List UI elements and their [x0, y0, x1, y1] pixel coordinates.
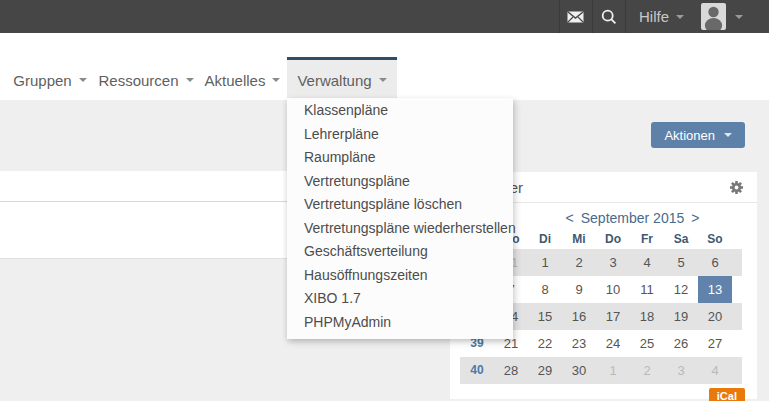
calendar-day[interactable]: 4	[630, 249, 664, 276]
user-menu-chevron-icon[interactable]	[735, 15, 743, 19]
nav-label: Verwaltung	[297, 72, 371, 89]
chevron-down-icon	[379, 78, 387, 82]
calendar-day[interactable]: 11	[630, 276, 664, 303]
nav-item-ressourcen[interactable]: Ressourcen	[94, 57, 198, 100]
calendar-day[interactable]: 24	[596, 330, 630, 357]
calendar-footer: iCal	[450, 386, 757, 401]
aktionen-label: Aktionen	[664, 128, 715, 143]
calendar-day[interactable]: 30	[562, 357, 596, 384]
gear-icon	[729, 180, 744, 195]
chevron-down-icon	[676, 15, 684, 19]
prev-month-button[interactable]: <	[566, 210, 574, 226]
menu-item-geschaeftsverteilung[interactable]: Geschäftsverteilung	[287, 240, 513, 264]
calendar-day[interactable]: 22	[528, 330, 562, 357]
calendar-day[interactable]: 28	[494, 357, 528, 384]
calendar-day[interactable]: 26	[664, 330, 698, 357]
day-header: Sa	[664, 229, 698, 249]
calendar-day[interactable]: 5	[664, 249, 698, 276]
calendar-day[interactable]: 23	[562, 330, 596, 357]
chevron-down-icon	[272, 78, 280, 82]
menu-item-vertretungsplaene-wiederherstellen[interactable]: Vertretungspläne wiederherstellen	[287, 217, 513, 241]
calendar-day[interactable]: 19	[664, 303, 698, 330]
day-header: Mi	[562, 229, 596, 249]
nav-item-gruppen[interactable]: Gruppen	[6, 57, 94, 100]
calendar-day[interactable]: 8	[528, 276, 562, 303]
nav-item-aktuelles[interactable]: Aktuelles	[198, 57, 287, 100]
help-label: Hilfe	[639, 8, 669, 25]
menu-item-phpmyadmin[interactable]: PHPMyAdmin	[287, 311, 513, 335]
menu-item-lehrerplaene[interactable]: Lehrerpläne	[287, 123, 513, 147]
help-menu[interactable]: Hilfe	[626, 0, 697, 33]
calendar-day[interactable]: 2	[562, 249, 596, 276]
calendar-day[interactable]: 3	[664, 357, 698, 384]
top-bar-actions: Hilfe	[559, 0, 743, 33]
search-button[interactable]	[593, 0, 625, 33]
mail-icon	[567, 11, 584, 23]
day-header: Do	[596, 229, 630, 249]
calendar-day[interactable]: 29	[528, 357, 562, 384]
verwaltung-dropdown-menu: Klassenpläne Lehrerpläne Raumpläne Vertr…	[287, 98, 513, 339]
chevron-down-icon	[79, 78, 87, 82]
main-nav: Gruppen Ressourcen Aktuelles Verwaltung	[0, 33, 769, 100]
calendar-day[interactable]: 6	[698, 249, 732, 276]
calendar-day[interactable]: 3	[596, 249, 630, 276]
aktionen-button[interactable]: Aktionen	[651, 122, 745, 148]
calendar-day[interactable]: 1	[596, 357, 630, 384]
next-month-button[interactable]: >	[691, 210, 699, 226]
nav-item-verwaltung-active[interactable]: Verwaltung	[287, 57, 397, 100]
calendar-day[interactable]: 12	[664, 276, 698, 303]
calendar-week-row: 40 28 29 30 1 2 3 4	[460, 357, 742, 384]
month-label: September 2015	[581, 210, 685, 226]
calendar-day[interactable]: 4	[698, 357, 732, 384]
ical-badge[interactable]: iCal	[709, 388, 745, 401]
menu-item-klassenplaene[interactable]: Klassenpläne	[287, 99, 513, 123]
day-header: Fr	[630, 229, 664, 249]
mail-button[interactable]	[560, 0, 592, 33]
nav-label: Aktuelles	[205, 72, 266, 89]
menu-item-hausoeffnungszeiten[interactable]: Hausöffnungszeiten	[287, 264, 513, 288]
day-header: Di	[528, 229, 562, 249]
calendar-day[interactable]: 20	[698, 303, 732, 330]
calendar-day[interactable]: 27	[698, 330, 732, 357]
search-icon	[601, 9, 617, 25]
calendar-day[interactable]: 15	[528, 303, 562, 330]
calendar-day-selected[interactable]: 13	[698, 276, 732, 303]
user-silhouette-icon	[701, 3, 726, 30]
menu-item-vertretungsplaene-loeschen[interactable]: Vertretungspläne löschen	[287, 193, 513, 217]
calendar-day[interactable]: 16	[562, 303, 596, 330]
calendar-day[interactable]: 17	[596, 303, 630, 330]
week-number: 40	[460, 357, 494, 384]
calendar-day[interactable]: 2	[630, 357, 664, 384]
avatar[interactable]	[701, 3, 726, 30]
top-bar: Hilfe	[0, 0, 769, 33]
calendar-settings-button[interactable]	[729, 180, 744, 195]
calendar-day[interactable]: 10	[596, 276, 630, 303]
calendar-day[interactable]: 18	[630, 303, 664, 330]
calendar-day[interactable]: 1	[528, 249, 562, 276]
calendar-day[interactable]: 9	[562, 276, 596, 303]
menu-item-raumplaene[interactable]: Raumpläne	[287, 146, 513, 170]
day-header: So	[698, 229, 732, 249]
chevron-down-icon	[724, 133, 732, 137]
nav-label: Ressourcen	[98, 72, 178, 89]
menu-item-xibo[interactable]: XIBO 1.7	[287, 287, 513, 311]
calendar-day[interactable]: 25	[630, 330, 664, 357]
nav-label: Gruppen	[13, 72, 71, 89]
chevron-down-icon	[186, 78, 194, 82]
menu-item-vertretungsplaene[interactable]: Vertretungspläne	[287, 170, 513, 194]
